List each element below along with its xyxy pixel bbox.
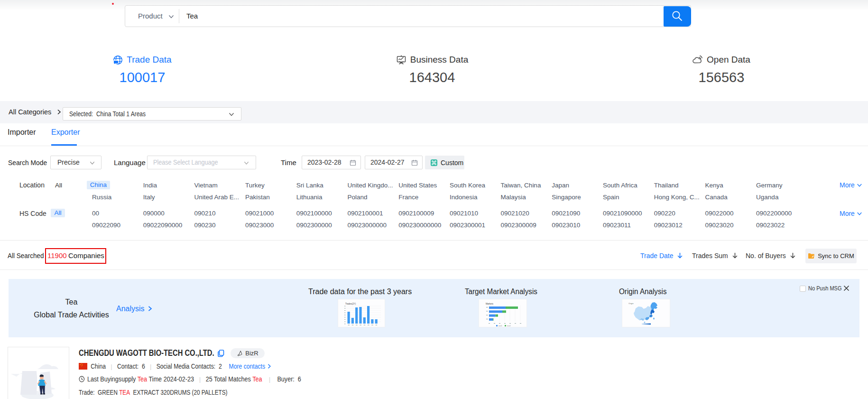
svg-text:Trades(2Y): Trades(2Y) <box>345 303 356 305</box>
svg-text:Origin: Origin <box>628 302 634 305</box>
svg-text:Markets: Markets <box>486 303 494 305</box>
svg-text:text1: text1 <box>499 325 502 327</box>
svg-text:text2: text2 <box>507 325 511 327</box>
